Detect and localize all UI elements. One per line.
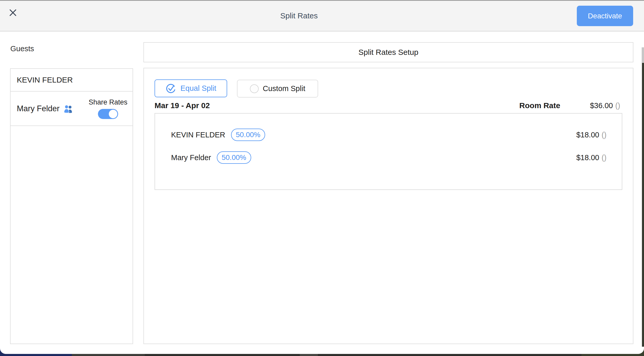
split-guest-name: KEVIN FELDER bbox=[171, 131, 225, 139]
background-right-edge bbox=[642, 47, 644, 356]
split-rates-modal: Split Rates Deactivate Guests KEVIN FELD… bbox=[0, 0, 644, 356]
date-range: Mar 19 - Apr 02 bbox=[155, 101, 210, 110]
deactivate-button[interactable]: Deactivate bbox=[577, 6, 633, 26]
setup-title-bar: Split Rates Setup bbox=[143, 42, 633, 62]
room-rate-suffix: () bbox=[615, 101, 620, 110]
custom-split-label: Custom Split bbox=[263, 84, 305, 93]
room-rate-label: Room Rate bbox=[519, 101, 560, 110]
split-amount: $18.00 bbox=[576, 131, 599, 139]
split-guest-name: Mary Felder bbox=[171, 153, 211, 162]
primary-guest-name: KEVIN FELDER bbox=[17, 76, 73, 84]
share-rates-label: Share Rates bbox=[89, 98, 127, 106]
setup-title: Split Rates Setup bbox=[358, 48, 418, 57]
guests-section-label: Guests bbox=[10, 44, 34, 53]
split-amount-suffix: () bbox=[602, 131, 607, 139]
close-button[interactable] bbox=[7, 7, 19, 18]
guest-name: Mary Felder bbox=[17, 104, 59, 113]
equal-split-button[interactable]: Equal Split bbox=[155, 79, 227, 97]
modal-title: Split Rates bbox=[280, 11, 318, 20]
modal-bottom-rounded-edge bbox=[0, 347, 644, 354]
share-rates-toggle[interactable] bbox=[98, 109, 118, 119]
shared-guests-icon bbox=[63, 104, 73, 113]
rate-summary-row: Mar 19 - Apr 02 Room Rate $36.00 () bbox=[155, 100, 620, 112]
split-amount: $18.00 bbox=[576, 153, 599, 162]
percent-pill[interactable]: 50.00% bbox=[231, 129, 265, 141]
modal-header: Split Rates Deactivate bbox=[0, 1, 644, 32]
radio-circle-icon bbox=[250, 84, 259, 93]
guest-item[interactable]: Mary Felder Share Rates bbox=[11, 92, 133, 126]
split-amount-suffix: () bbox=[602, 153, 607, 162]
guest-split-row: KEVIN FELDER 50.00% $18.00 () bbox=[171, 128, 607, 142]
guest-split-box: KEVIN FELDER 50.00% $18.00 () Mary Felde… bbox=[155, 113, 622, 190]
primary-guest-item[interactable]: KEVIN FELDER bbox=[11, 69, 133, 92]
toggle-knob bbox=[109, 110, 117, 118]
split-rates-setup-panel: Equal Split Custom Split Mar 19 - Apr 02… bbox=[143, 68, 633, 344]
custom-split-button[interactable]: Custom Split bbox=[237, 80, 318, 98]
equal-split-label: Equal Split bbox=[180, 84, 216, 93]
guest-split-row: Mary Felder 50.00% $18.00 () bbox=[171, 151, 607, 164]
guests-list: KEVIN FELDER Mary Felder bbox=[10, 68, 133, 344]
room-rate-value: $36.00 bbox=[590, 101, 613, 110]
background-right-scrollbar bbox=[642, 47, 644, 63]
x-icon bbox=[9, 9, 17, 17]
percent-pill[interactable]: 50.00% bbox=[217, 151, 251, 164]
check-circle-icon bbox=[165, 83, 176, 94]
